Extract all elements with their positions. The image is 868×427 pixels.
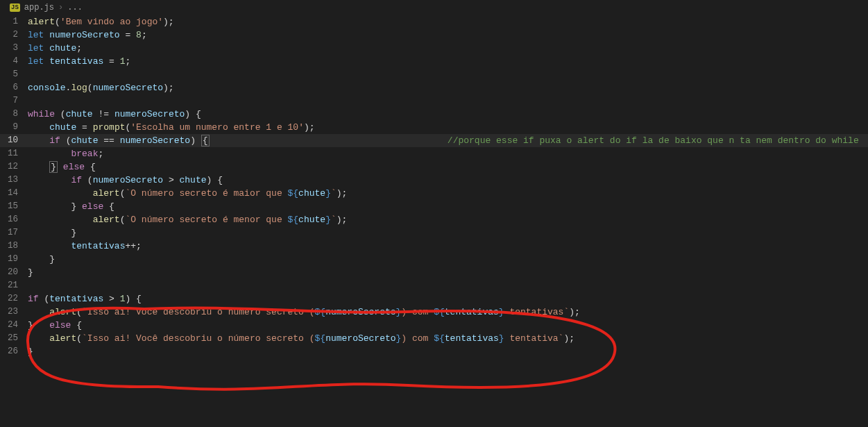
- code-line[interactable]: 10 if (chute == numeroSecreto) { //porqu…: [0, 134, 868, 147]
- code-content[interactable]: alert('Bem vindo ao jogo');: [28, 15, 868, 28]
- breadcrumb[interactable]: JS app.js › ...: [0, 0, 868, 15]
- line-number: 15: [0, 200, 28, 213]
- code-line[interactable]: 13 if (numeroSecreto > chute) {: [0, 174, 868, 187]
- line-number: 4: [0, 55, 28, 68]
- code-line[interactable]: 26}: [0, 345, 868, 358]
- code-line[interactable]: 21: [0, 279, 868, 292]
- line-number: 2: [0, 28, 28, 42]
- code-line[interactable]: 4let tentativas = 1;: [0, 55, 868, 68]
- line-number: 5: [0, 68, 28, 81]
- breadcrumb-tail[interactable]: ...: [67, 3, 83, 12]
- line-number: 13: [0, 174, 28, 187]
- line-number: 21: [0, 279, 28, 292]
- code-content[interactable]: while (chute != numeroSecreto) {: [28, 108, 868, 121]
- code-line[interactable]: 14 alert(`O número secreto é maior que $…: [0, 187, 868, 200]
- code-line[interactable]: 22if (tentativas > 1) {: [0, 292, 868, 305]
- code-line[interactable]: 16 alert(`O número secreto é menor que $…: [0, 213, 868, 226]
- code-content[interactable]: }: [28, 266, 868, 279]
- code-line[interactable]: 2let numeroSecreto = 8;: [0, 28, 868, 42]
- code-content[interactable]: if (tentativas > 1) {: [28, 292, 868, 305]
- code-line[interactable]: 6console.log(numeroSecreto);: [0, 81, 868, 94]
- line-number: 23: [0, 305, 28, 319]
- code-content[interactable]: } else {: [28, 200, 868, 213]
- code-line[interactable]: 12 } else {: [0, 160, 868, 174]
- code-line[interactable]: 18 tentativas++;: [0, 240, 868, 253]
- code-content[interactable]: chute = prompt('Escolha um numero entre …: [28, 121, 868, 134]
- code-content[interactable]: }: [28, 345, 868, 358]
- breadcrumb-file[interactable]: app.js: [24, 3, 54, 12]
- code-line[interactable]: 11 break;: [0, 147, 868, 160]
- code-content[interactable]: alert(`O número secreto é menor que ${ch…: [28, 213, 868, 226]
- code-line[interactable]: 17 }: [0, 226, 868, 240]
- line-number: 17: [0, 226, 28, 240]
- line-number: 20: [0, 266, 28, 279]
- line-number: 25: [0, 332, 28, 345]
- line-number: 19: [0, 253, 28, 266]
- line-number: 3: [0, 42, 28, 55]
- chevron-right-icon: ›: [58, 3, 63, 12]
- code-content[interactable]: if (numeroSecreto > chute) {: [28, 174, 868, 187]
- code-content[interactable]: let chute;: [28, 42, 868, 55]
- js-file-icon: JS: [10, 3, 20, 12]
- line-number: 9: [0, 121, 28, 134]
- code-content[interactable]: }: [28, 226, 868, 240]
- line-number: 22: [0, 292, 28, 305]
- code-content[interactable]: tentativas++;: [28, 240, 868, 253]
- code-content[interactable]: alert(`O número secreto é maior que ${ch…: [28, 187, 868, 200]
- code-content[interactable]: break;: [28, 147, 868, 160]
- line-number: 11: [0, 147, 28, 160]
- line-number: 18: [0, 240, 28, 253]
- code-line[interactable]: 15 } else {: [0, 200, 868, 213]
- code-line[interactable]: 3let chute;: [0, 42, 868, 55]
- code-content[interactable]: } else {: [28, 319, 868, 332]
- code-line[interactable]: 23 alert(`Isso ai! Você descobriu o núme…: [0, 305, 868, 319]
- code-content[interactable]: alert(`Isso ai! Você descobriu o número …: [28, 332, 868, 345]
- code-content[interactable]: let tentativas = 1;: [28, 55, 868, 68]
- code-line[interactable]: 7: [0, 94, 868, 108]
- code-content[interactable]: alert(`Isso ai! Você descobriu o número …: [28, 305, 868, 319]
- line-number: 10: [0, 134, 28, 147]
- line-number: 24: [0, 319, 28, 332]
- line-number: 26: [0, 345, 28, 358]
- code-line[interactable]: 1alert('Bem vindo ao jogo');: [0, 15, 868, 28]
- line-number: 6: [0, 81, 28, 94]
- code-content[interactable]: let numeroSecreto = 8;: [28, 28, 868, 42]
- code-line[interactable]: 19 }: [0, 253, 868, 266]
- code-content[interactable]: } else {: [28, 160, 868, 174]
- code-content[interactable]: }: [28, 253, 868, 266]
- line-number: 14: [0, 187, 28, 200]
- code-line[interactable]: 20}: [0, 266, 868, 279]
- line-number: 1: [0, 15, 28, 28]
- code-line[interactable]: 25 alert(`Isso ai! Você descobriu o núme…: [0, 332, 868, 345]
- line-number: 12: [0, 160, 28, 174]
- line-number: 7: [0, 94, 28, 108]
- code-editor[interactable]: 1alert('Bem vindo ao jogo');2let numeroS…: [0, 15, 868, 358]
- line-number: 16: [0, 213, 28, 226]
- code-content[interactable]: console.log(numeroSecreto);: [28, 81, 868, 94]
- code-line[interactable]: 24} else {: [0, 319, 868, 332]
- code-line[interactable]: 8while (chute != numeroSecreto) {: [0, 108, 868, 121]
- code-line[interactable]: 5: [0, 68, 868, 81]
- code-content[interactable]: if (chute == numeroSecreto) { //porque e…: [28, 134, 868, 147]
- code-line[interactable]: 9 chute = prompt('Escolha um numero entr…: [0, 121, 868, 134]
- line-number: 8: [0, 108, 28, 121]
